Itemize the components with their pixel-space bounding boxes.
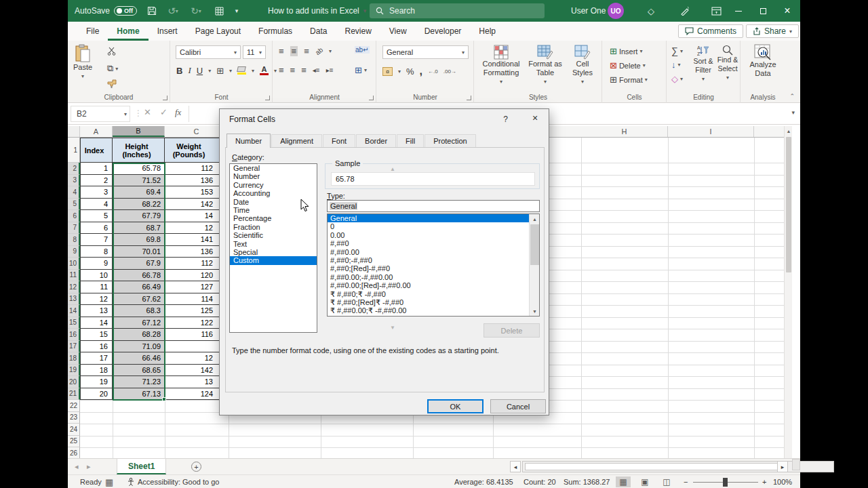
number-format-select[interactable]: General▾ <box>382 45 469 59</box>
row-header-10[interactable]: 10 <box>68 258 80 270</box>
macro-record-icon[interactable]: ▦ <box>105 475 113 488</box>
cell-index[interactable]: 10 <box>80 270 113 282</box>
cell-index[interactable]: 1 <box>80 163 113 175</box>
redo-button[interactable]: ↻▾ <box>187 0 205 22</box>
cancel-entry-button[interactable]: ✕ <box>144 107 151 117</box>
row-header-22[interactable]: 22 <box>68 400 80 412</box>
type-option-0-red-0[interactable]: ₹ #,##0;[Red]₹ -#,##0 <box>328 298 539 306</box>
cell-height[interactable]: 68.22 <box>113 199 165 211</box>
align-center-button[interactable]: ≡ <box>290 65 296 75</box>
cell-height[interactable]: 67.13 <box>113 388 165 401</box>
ok-button[interactable]: OK <box>427 399 484 413</box>
cell-index[interactable]: 9 <box>80 258 113 270</box>
cell-height[interactable]: 70.01 <box>113 246 165 258</box>
ribbon-tab-data[interactable]: Data <box>301 22 336 41</box>
cell-index[interactable]: 5 <box>80 210 113 222</box>
type-option-0-00[interactable]: #,##0.00 <box>328 248 539 256</box>
feedback-pen-button[interactable] <box>675 0 694 22</box>
font-name-select[interactable]: Calibri▾ <box>176 45 241 59</box>
row-header-20[interactable]: 20 <box>68 376 80 388</box>
format-painter-button[interactable] <box>107 79 117 88</box>
expand-formula-bar-button[interactable]: ▾ <box>791 109 795 116</box>
prev-sheet-arrow[interactable]: ◂ <box>75 462 79 471</box>
autosum-button[interactable]: ∑▾ <box>671 45 683 56</box>
type-listbox[interactable]: General00.00#,##0#,##0.00#,##0;-#,##0#,#… <box>327 214 540 317</box>
cell-index[interactable]: 17 <box>80 352 113 365</box>
cell-index[interactable]: 15 <box>80 329 113 341</box>
number-dialog-launcher[interactable] <box>467 96 471 100</box>
dialog-tab-border[interactable]: Border <box>356 134 396 148</box>
category-listbox[interactable]: GeneralNumberCurrencyAccountingDateTimeP… <box>229 163 317 333</box>
ribbon-tab-help[interactable]: Help <box>470 22 505 41</box>
percent-style-button[interactable]: % <box>406 66 414 77</box>
row-header-24[interactable]: 24 <box>68 424 80 436</box>
type-option-0-00-red-0-00[interactable]: #,##0.00;[Red]-#,##0.00 <box>328 281 539 289</box>
normal-view-button[interactable]: ▦ <box>616 476 631 487</box>
cell-index[interactable]: 3 <box>80 186 113 199</box>
accessibility-status[interactable]: Accessibility: Good to go <box>127 475 219 488</box>
category-item-custom[interactable]: Custom <box>230 256 317 264</box>
cell-index[interactable]: 8 <box>80 246 113 258</box>
row-header-1[interactable]: 1 <box>68 138 80 163</box>
underline-button[interactable]: U <box>197 66 203 76</box>
category-item-number[interactable]: Number <box>230 172 317 180</box>
ribbon-tab-insert[interactable]: Insert <box>149 22 186 41</box>
clear-button[interactable]: ◇▾ <box>671 74 683 84</box>
zoom-slider-thumb[interactable] <box>723 478 728 487</box>
ribbon-display-options-button[interactable] <box>707 0 726 22</box>
dialog-tab-number[interactable]: Number <box>226 134 271 148</box>
row-header-12[interactable]: 12 <box>68 281 80 293</box>
header-cell-index[interactable]: Index <box>80 138 113 163</box>
category-item-percentage[interactable]: Percentage <box>230 214 317 222</box>
dialog-tab-alignment[interactable]: Alignment <box>271 134 322 148</box>
row-header-18[interactable]: 18 <box>68 352 80 365</box>
row-header-15[interactable]: 15 <box>68 317 80 329</box>
row-header-19[interactable]: 19 <box>68 365 80 377</box>
ribbon-tab-page-layout[interactable]: Page Layout <box>186 22 250 41</box>
decrease-decimal-button[interactable]: .00→ <box>443 68 456 75</box>
italic-button[interactable]: I <box>188 65 191 76</box>
format-cells-button[interactable]: ⊞Format▾ <box>610 75 648 85</box>
analyze-data-button[interactable]: Analyze Data <box>747 44 779 78</box>
align-bottom-button[interactable]: ≡ <box>304 46 309 56</box>
align-right-button[interactable]: ≡ <box>301 65 307 75</box>
font-color-button[interactable]: A <box>260 66 269 75</box>
paste-button[interactable]: Paste▾ <box>73 44 92 81</box>
conditional-formatting-button[interactable]: Conditional Formatting▾ <box>479 45 524 86</box>
hscroll-right-arrow[interactable]: ▸ <box>777 461 788 472</box>
cell-index[interactable]: 14 <box>80 317 113 329</box>
column-header-a[interactable]: A <box>80 126 113 137</box>
cell-height[interactable]: 69.4 <box>113 186 165 199</box>
ribbon-tab-review[interactable]: Review <box>336 22 380 41</box>
type-option-0-0[interactable]: ₹ #,##0;₹ -#,##0 <box>328 290 539 298</box>
cell-index[interactable]: 16 <box>80 341 113 353</box>
type-option-0-00[interactable]: 0.00 <box>328 231 539 239</box>
cell-height[interactable]: 68.28 <box>113 329 165 341</box>
cell-height[interactable]: 68.65 <box>113 365 165 377</box>
align-left-button[interactable]: ≡ <box>279 65 284 75</box>
wrap-text-button[interactable]: ab↵ <box>355 46 370 54</box>
cell-styles-button[interactable]: Cell Styles▾ <box>566 45 599 86</box>
dialog-tab-font[interactable]: Font <box>323 134 355 148</box>
premium-gem-icon[interactable]: ◇ <box>642 0 660 22</box>
fill-button[interactable]: ↓▾ <box>671 60 681 70</box>
cell-index[interactable]: 18 <box>80 365 113 377</box>
align-top-button[interactable]: ≡ <box>279 46 284 56</box>
category-item-currency[interactable]: Currency <box>230 181 317 189</box>
sort-filter-button[interactable]: AZ Sort & Filter▾ <box>690 45 716 83</box>
listbox-scroll-down[interactable]: ▼ <box>390 325 395 331</box>
cell-height[interactable]: 71.52 <box>113 175 165 187</box>
cell-height[interactable]: 67.79 <box>113 210 165 222</box>
type-option-0-00-0-00[interactable]: #,##0.00;-#,##0.00 <box>328 273 539 281</box>
type-option-0-00-0-00[interactable]: ₹ #,##0.00;₹ -#,##0.00 <box>328 306 539 314</box>
ribbon-tab-home[interactable]: Home <box>108 22 148 41</box>
type-option-general[interactable]: General <box>328 214 539 222</box>
category-item-special[interactable]: Special <box>230 248 317 256</box>
dialog-help-button[interactable]: ? <box>503 115 508 124</box>
document-title[interactable]: How to add units in Excel▾ <box>268 0 366 22</box>
ribbon-tab-file[interactable]: File <box>77 22 108 41</box>
merge-center-button[interactable]: ⊞▾ <box>355 65 367 75</box>
type-scroll-down[interactable]: ▼ <box>530 306 540 316</box>
copy-button[interactable]: ⧉▾ <box>107 63 118 74</box>
row-header-17[interactable]: 17 <box>68 341 80 353</box>
